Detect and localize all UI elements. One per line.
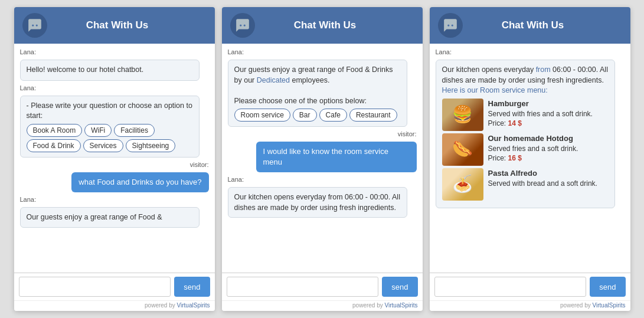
lana-label-2a: Lana: bbox=[228, 48, 417, 55]
speech-bubble-icon-3 bbox=[443, 18, 458, 33]
hotdog-image bbox=[442, 133, 483, 166]
partial-bubble-2: Our kitchen opens everyday from 06:00 - … bbox=[228, 187, 407, 218]
svg-point-1 bbox=[35, 24, 37, 26]
chat-widget-3: Chat With Us Lana: Our kitchen opens eve… bbox=[430, 7, 630, 311]
tag-services[interactable]: Services bbox=[83, 139, 123, 152]
chat-icon-2 bbox=[230, 13, 255, 38]
visitor-label-1: visitor: bbox=[20, 161, 209, 168]
send-button-2[interactable]: send bbox=[382, 277, 417, 297]
pasta-image bbox=[442, 168, 483, 201]
hotdog-desc: Served fries and a soft drink. bbox=[488, 144, 578, 154]
hotdog-name: Our homemade Hotdog bbox=[488, 133, 578, 144]
svg-point-2 bbox=[240, 24, 241, 26]
tag-buttons-2: Room service Bar Cafe Restaurant bbox=[234, 109, 401, 122]
tag-buttons-1: Book A Room WiFi Facilities Food & Drink… bbox=[27, 124, 193, 152]
chat-input-area-1: send bbox=[14, 273, 215, 300]
chat-header-2: Chat With Us bbox=[222, 7, 423, 44]
visitor-bubble-2: I would like to know the room service me… bbox=[256, 142, 417, 172]
chat-widgets-container: Chat With Us Lana: Hello! welcome to our… bbox=[7, 0, 638, 318]
tag-restaurant[interactable]: Restaurant bbox=[349, 109, 397, 122]
partial-bubble-1: Our guests enjoy a great range of Food & bbox=[20, 207, 200, 228]
chat-body-3[interactable]: Lana: Our kitchen opens everyday from 06… bbox=[430, 44, 630, 273]
menu-item-hotdog: Our homemade Hotdog Served fries and a s… bbox=[442, 133, 609, 166]
tag-wifi[interactable]: WiFi bbox=[84, 124, 112, 137]
send-button-1[interactable]: send bbox=[174, 277, 210, 297]
pasta-text: Pasta Alfredo Served with bread and a so… bbox=[488, 168, 597, 189]
lana-label-3a: Lana: bbox=[436, 48, 625, 55]
speech-bubble-icon-2 bbox=[235, 18, 250, 33]
chat-input-3[interactable] bbox=[434, 277, 587, 297]
menu-item-burger: Hamburger Served with fries and a soft d… bbox=[442, 99, 609, 131]
footer-brand-2: VirtualSpirits bbox=[385, 302, 418, 309]
chat-title-3: Chat With Us bbox=[469, 19, 597, 31]
chat-footer-1: powered by VirtualSpirits bbox=[14, 300, 215, 311]
bot-bubble-1a: Hello! welcome to our hotel chatbot. bbox=[20, 60, 200, 81]
lana-label-2b: Lana: bbox=[228, 176, 417, 183]
burger-price: 14 $ bbox=[508, 119, 522, 127]
chat-header-3: Chat With Us bbox=[430, 7, 630, 44]
burger-image bbox=[442, 99, 483, 131]
svg-point-5 bbox=[451, 24, 453, 26]
chat-icon-1 bbox=[22, 13, 47, 38]
hotdog-price: 16 $ bbox=[508, 154, 522, 162]
chat-title-2: Chat With Us bbox=[261, 19, 390, 31]
menu-item-pasta: Pasta Alfredo Served with bread and a so… bbox=[442, 168, 609, 201]
lana-label-1c: Lana: bbox=[20, 196, 209, 203]
bot-bubble-1b: - Please write your question or choose a… bbox=[20, 96, 200, 158]
pasta-name: Pasta Alfredo bbox=[488, 168, 597, 179]
footer-brand-1: VirtualSpirits bbox=[177, 302, 210, 309]
chat-input-area-3: send bbox=[430, 273, 630, 300]
chat-input-1[interactable] bbox=[19, 277, 171, 297]
tag-sightseeing[interactable]: Sightseeing bbox=[126, 139, 176, 152]
pasta-desc: Served with bread and a soft drink. bbox=[488, 179, 597, 189]
send-button-3[interactable]: send bbox=[590, 277, 625, 297]
bot-text-1b: - Please write your question or choose a… bbox=[27, 101, 192, 120]
chat-body-1[interactable]: Lana: Hello! welcome to our hotel chatbo… bbox=[14, 44, 215, 273]
tag-bar[interactable]: Bar bbox=[293, 109, 317, 122]
svg-point-3 bbox=[243, 24, 245, 26]
speech-bubble-icon bbox=[27, 18, 43, 33]
svg-point-4 bbox=[447, 24, 449, 26]
hotdog-text: Our homemade Hotdog Served fries and a s… bbox=[488, 133, 578, 164]
tag-facilities[interactable]: Facilities bbox=[114, 124, 155, 137]
lana-label-1a: Lana: bbox=[20, 48, 209, 55]
burger-name: Hamburger bbox=[488, 99, 593, 109]
chat-title-1: Chat With Us bbox=[53, 19, 182, 31]
visitor-bubble-1: what Food and Drinks do you have? bbox=[71, 172, 208, 192]
tag-book-room[interactable]: Book A Room bbox=[27, 124, 83, 137]
svg-point-0 bbox=[32, 24, 34, 26]
visitor-label-2: visitor: bbox=[228, 130, 417, 137]
chat-footer-2: powered by VirtualSpirits bbox=[222, 300, 423, 311]
chat-widget-1: Chat With Us Lana: Hello! welcome to our… bbox=[14, 7, 215, 311]
chat-header-1: Chat With Us bbox=[14, 7, 215, 44]
burger-text: Hamburger Served with fries and a soft d… bbox=[488, 99, 593, 129]
footer-brand-3: VirtualSpirits bbox=[593, 302, 626, 309]
lana-label-1b: Lana: bbox=[20, 84, 209, 91]
chat-footer-3: powered by VirtualSpirits bbox=[430, 300, 630, 311]
bot-bubble-3a: Our kitchen opens everyday from 06:00 - … bbox=[436, 60, 615, 208]
tag-room-service[interactable]: Room service bbox=[234, 109, 290, 122]
chat-input-2[interactable] bbox=[227, 277, 379, 297]
tag-cafe[interactable]: Cafe bbox=[319, 109, 347, 122]
chat-input-area-2: send bbox=[222, 273, 423, 300]
burger-desc: Served with fries and a soft drink. bbox=[488, 109, 593, 119]
tag-food-drink[interactable]: Food & Drink bbox=[27, 139, 81, 152]
chat-icon-3 bbox=[438, 13, 463, 38]
bot-bubble-2a: Our guests enjoy a great range of Food &… bbox=[228, 60, 407, 127]
chat-widget-2: Chat With Us Lana: Our guests enjoy a gr… bbox=[222, 7, 423, 311]
chat-body-2[interactable]: Lana: Our guests enjoy a great range of … bbox=[222, 44, 423, 273]
